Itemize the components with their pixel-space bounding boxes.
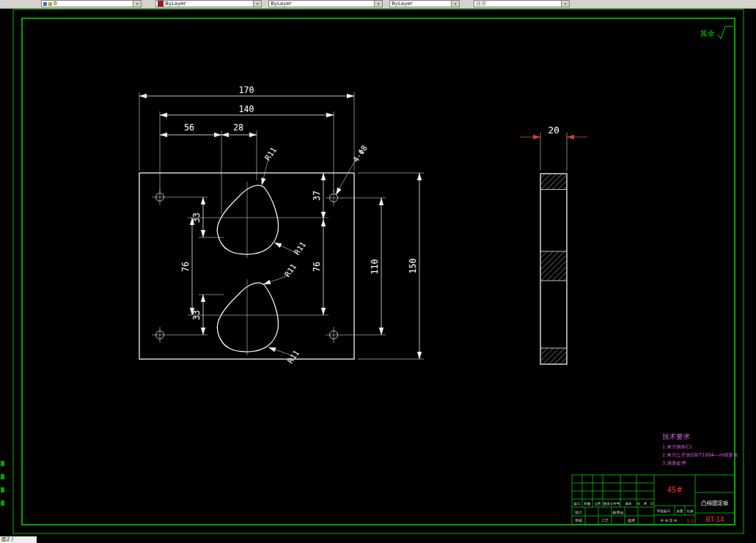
roughness-symbol-icon — [718, 26, 733, 39]
dropdown-arrow-icon[interactable]: ▾ — [451, 1, 459, 7]
dim-28: 28 — [233, 122, 243, 133]
tb-drawing-no: BT-14 — [705, 516, 724, 523]
callout-holes: 4-Φ8 — [351, 144, 369, 164]
tb-label: 处数 — [584, 501, 592, 506]
tech-req-item: 1.未注倒角C1 — [662, 444, 692, 450]
surface-note-text: 其余 — [700, 29, 715, 37]
tb-label: 签名 — [625, 502, 632, 506]
callout-r11-mid-lower: R11 — [282, 262, 298, 278]
teardrop-cutouts — [188, 182, 329, 355]
callout-r11-bottom: R11 — [285, 348, 301, 364]
dropdown-arrow-icon[interactable]: ▾ — [133, 1, 141, 7]
technical-requirements: 技术要求 1.未注倒角C1 2.未注公差按GB/T1804—m级要求 3.调质处… — [662, 432, 738, 466]
linetype-value: ByLayer — [271, 1, 291, 7]
layer-value: 0 — [54, 1, 56, 7]
tech-req-title: 技术要求 — [662, 432, 691, 440]
properties-toolbar: 0 ▾ ByLayer ▾ ByLayer ▾ ByLayer ▾ 随层 ▾ — [0, 0, 756, 9]
callout-leaders: R11 4-Φ8 R11 R11 R11 — [262, 144, 369, 365]
dim-33-upper: 33 — [191, 213, 202, 223]
teardrop-upper — [217, 185, 278, 254]
dim-width-outer: 170 — [239, 85, 254, 95]
plotstyle-dropdown[interactable]: 随层 ▾ — [474, 0, 570, 7]
tb-sheet: 共 张 第 张 — [661, 519, 678, 522]
cad-window: 0 ▾ ByLayer ▾ ByLayer ▾ ByLayer ▾ 随层 ▾ — [0, 0, 756, 543]
drawing-viewport[interactable]: 其余 — [0, 0, 756, 543]
hatch-middle — [541, 251, 567, 281]
tb-label: 标记 — [573, 501, 581, 506]
extension-lines — [139, 92, 567, 359]
dropdown-arrow-icon[interactable]: ▾ — [253, 1, 261, 7]
dim-110: 110 — [370, 259, 380, 275]
tb-label: 设计 — [574, 510, 582, 514]
dropdown-arrow-icon[interactable]: ▾ — [561, 1, 569, 7]
tb-scale: 1:2 — [686, 518, 694, 523]
tb-label: 审核 — [575, 518, 582, 522]
dim-76-right: 76 — [312, 262, 322, 272]
front-view — [139, 173, 386, 359]
dim-thickness: 20 — [548, 125, 559, 136]
tb-label: 标准化 — [612, 510, 624, 515]
tb-part-name: 凸模固定板 — [701, 500, 729, 506]
tb-label: 批准 — [628, 518, 635, 523]
dim-33-lower: 33 — [191, 310, 202, 320]
teardrop-lower — [217, 283, 278, 352]
dim-76-left: 76 — [180, 262, 191, 272]
tb-label: 质量 — [677, 509, 684, 513]
layer-lock-icon — [48, 2, 52, 6]
linetype-dropdown[interactable]: ByLayer ▾ — [268, 0, 383, 7]
plotstyle-value: 随层 — [476, 1, 486, 7]
tb-label: 更改文件号 — [603, 501, 620, 506]
dimension-texts: 170 140 56 28 33 76 33 37 76 110 150 — [180, 85, 418, 320]
margin-zone-marks — [1, 461, 4, 506]
title-block: 标记 处数 分区 更改文件号 签名 年、月、日 设计 标准化 审核 工艺 批准 … — [572, 475, 735, 525]
dim-width-holes: 140 — [239, 104, 254, 114]
tech-req-item: 3.调质处理 — [662, 460, 686, 466]
tb-label: 年、月、日 — [637, 502, 654, 506]
hatch-top — [541, 174, 567, 190]
callout-r11-mid-upper: R11 — [292, 240, 307, 256]
dim-37: 37 — [312, 191, 322, 201]
tb-label: 工艺 — [601, 518, 609, 522]
plate-outline — [139, 173, 354, 359]
layer-dropdown[interactable]: 0 ▾ — [41, 0, 142, 7]
tb-material: 45# — [667, 486, 682, 494]
color-value: ByLayer — [165, 1, 186, 7]
color-swatch-icon — [158, 1, 164, 7]
layer-state-icon — [43, 2, 47, 6]
tb-label: 分区 — [595, 501, 602, 506]
dim-150: 150 — [408, 259, 418, 274]
lineweight-value: ByLayer — [392, 1, 412, 7]
tb-label: 比例 — [687, 509, 694, 514]
dropdown-arrow-icon[interactable]: ▾ — [374, 1, 382, 7]
surface-finish-note: 其余 — [700, 26, 733, 39]
dim-56: 56 — [184, 122, 194, 133]
tb-label: 阶段标记 — [657, 509, 671, 514]
hatch-bottom — [541, 348, 567, 364]
side-view: 20 — [520, 125, 587, 364]
tech-req-item: 2.未注公差按GB/T1804—m级要求 — [662, 452, 738, 458]
callout-r11-top: R11 — [263, 145, 278, 161]
lineweight-dropdown[interactable]: ByLayer ▾ — [389, 0, 460, 7]
status-text: 图2 / — [0, 536, 37, 543]
color-dropdown[interactable]: ByLayer ▾ — [155, 0, 262, 7]
dimension-lines — [139, 96, 419, 359]
